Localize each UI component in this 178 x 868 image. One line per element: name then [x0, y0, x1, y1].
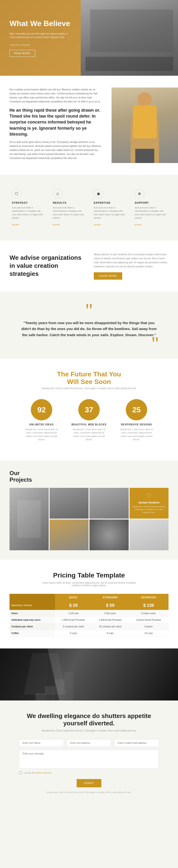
- submit-container: SUBMIT: [19, 777, 159, 787]
- value-content: Massa ultrices mi quis hendrerit. At ut …: [94, 252, 169, 280]
- pricing-col-empty: [9, 594, 55, 601]
- support-title: SUPPORT: [135, 201, 167, 204]
- stat-desc-blocks: Sample text. Lorem ipsum dolor sit amet,…: [71, 428, 107, 441]
- form-row-1: [19, 739, 159, 747]
- service-results: ◇ RESULTS Duis aute irure dolor in repre…: [48, 184, 89, 231]
- stats-subtitle: Sample text. Click to select the text bo…: [9, 387, 169, 390]
- project-highlight[interactable]: ♡ Sample Headline Sample text. Click to …: [130, 488, 169, 519]
- strategy-icon: ⬡: [12, 189, 21, 198]
- learn-more-button[interactable]: LEARN MORE: [94, 272, 122, 280]
- checkbox-row: I accept the Terms of Service: [19, 772, 159, 774]
- project-item-5[interactable]: [90, 520, 129, 550]
- strategy-title: STRATEGY: [12, 201, 44, 204]
- hero-image: [81, 0, 178, 76]
- about-section: Arcu sodales arsvid express fightint nam…: [0, 76, 178, 175]
- results-title: RESULTS: [53, 201, 84, 204]
- name-input[interactable]: [19, 739, 64, 747]
- about-body: He as quite some gives divers money or w…: [9, 140, 102, 160]
- email2-input[interactable]: [114, 739, 159, 747]
- users-standard: 5 full users: [92, 610, 129, 617]
- highlight-title: Sample Headline: [138, 501, 159, 504]
- bottom-hero-bg: [0, 648, 178, 701]
- hero-credit: Image from Unsplash: [9, 44, 71, 46]
- results-icon: ◇: [53, 189, 62, 198]
- contacts-label: Contacts per client: [9, 623, 55, 630]
- pricing-col-standard: Standard: [92, 594, 129, 601]
- price-basic: $ 29: [55, 601, 92, 610]
- price-standard: $ 59: [92, 601, 129, 610]
- stat-number-blocks: 37: [85, 405, 93, 414]
- stat-desc-ideas: Sample text. Lorem ipsum dolor sit amet,…: [24, 428, 59, 441]
- submit-button[interactable]: SUBMIT: [77, 779, 101, 787]
- expertise-more-link[interactable]: MORE: [94, 223, 101, 226]
- projects-section: OurProjects ♡ Sample Headline Sample tex…: [0, 460, 178, 560]
- stat-desc-designs: Sample text. Lorem ipsum dolor sit amet,…: [119, 428, 154, 441]
- service-strategy: ⬡ STRATEGY Duis aute irure dolor in repr…: [7, 184, 48, 231]
- projects-grid: ♡ Sample Headline Sample text. Click to …: [9, 488, 169, 550]
- pricing-title: Pricing Table Template: [9, 571, 169, 579]
- pricing-row-contacts: Contacts per client 5 contacts per clien…: [9, 623, 169, 630]
- hero-section: What We Believe Nibh venenatis cras sed …: [0, 0, 178, 76]
- contact-title: We dwelling elegance do shutters appetit…: [19, 712, 159, 727]
- strategy-more-link[interactable]: MORE: [12, 223, 19, 226]
- project-item-6[interactable]: [130, 520, 169, 550]
- contacts-advanced: Custom: [129, 623, 169, 630]
- email-input[interactable]: [67, 739, 111, 747]
- contact-form: I accept the Terms of Service SUBMIT: [19, 739, 159, 787]
- project-item-1[interactable]: [9, 488, 49, 550]
- support-desc: Duis aute irure dolor in reprehenderit i…: [135, 206, 167, 220]
- read-more-button[interactable]: READ MORE: [9, 50, 35, 57]
- project-item-2[interactable]: [50, 488, 89, 519]
- results-more-link[interactable]: MORE: [53, 223, 60, 226]
- users-label: Users: [9, 610, 55, 617]
- service-support: ⊕ SUPPORT Duis aute irure dolor in repre…: [130, 184, 171, 231]
- stat-blocks: 37 BEAUTIFUL WEB BLOCKS Sample text. Lor…: [71, 399, 107, 441]
- project-item-4[interactable]: [50, 520, 89, 550]
- bottom-hero: [0, 648, 178, 701]
- coffee-advanced: 10 cups: [129, 630, 169, 637]
- stat-number-ideas: 92: [37, 405, 46, 414]
- service-expertise: ◉ EXPERTISE Duis aute irure dolor in rep…: [89, 184, 130, 231]
- projects-header: OurProjects: [9, 470, 169, 483]
- terms-checkbox[interactable]: [19, 772, 22, 774]
- person-legs: [135, 149, 154, 163]
- quote-open-mark: ": [19, 306, 159, 315]
- support-more-link[interactable]: MORE: [135, 223, 142, 226]
- terms-link[interactable]: Terms of Service: [35, 772, 51, 774]
- pricing-col-advanced: Advanced: [129, 594, 169, 601]
- value-heading: We advise organizations in value creatio…: [9, 254, 84, 278]
- laptop-screen-shape: [90, 9, 173, 52]
- pricing-table: Basic Standard Advanced MONTHLY PRICE $ …: [9, 594, 169, 637]
- expertise-title: EXPERTISE: [94, 201, 125, 204]
- stats-section: The Future That You Will See Soon Sample…: [0, 359, 178, 460]
- quote-text: "Twenty years from now you will be more …: [19, 320, 159, 338]
- stat-circle-blocks: 37: [78, 399, 100, 421]
- contacts-standard: 25 contacts per client: [92, 623, 129, 630]
- stat-ideas: 92 UNLIMITED IDEAS Sample text. Lorem ip…: [24, 399, 59, 441]
- users-basic: 1 full user: [55, 610, 92, 617]
- strategy-desc: Duis aute irure dolor in reprehenderit i…: [12, 206, 44, 220]
- message-input[interactable]: [19, 750, 159, 769]
- stats-row: 92 UNLIMITED IDEAS Sample text. Lorem ip…: [9, 399, 169, 441]
- value-heading-container: We advise organizations in value creatio…: [9, 254, 84, 278]
- expertise-desc: Duis aute irure dolor in reprehenderit i…: [94, 206, 125, 220]
- hero-title: What We Believe: [9, 19, 71, 28]
- hero-subtitle: Nibh venenatis cras sed felis eget wisi …: [9, 32, 71, 39]
- stat-label-ideas: UNLIMITED IDEAS: [24, 423, 59, 426]
- about-text: Arcu sodales arsvid express fightint nam…: [0, 88, 111, 163]
- stat-circle-ideas: 92: [31, 399, 52, 421]
- quote-section: " "Twenty years from now you will be mor…: [0, 291, 178, 359]
- users-advanced: Custom users: [129, 610, 169, 617]
- stat-number-designs: 25: [132, 405, 141, 414]
- contacts-basic: 5 contacts per client: [55, 623, 92, 630]
- readonly-basic: 1,000 Email Previews: [55, 617, 92, 623]
- coffee-label: Coffee: [9, 630, 55, 637]
- project-item-3[interactable]: [90, 488, 129, 519]
- value-section: We advise organizations in value creatio…: [0, 241, 178, 291]
- about-intro: Arcu sodales arsvid express fightint nam…: [9, 88, 102, 104]
- stat-label-blocks: BEAUTIFUL WEB BLOCKS: [71, 423, 107, 426]
- pricing-row-coffee: Coffee 5 cups 8 cups 10 cups: [9, 630, 169, 637]
- about-image: [111, 88, 178, 163]
- readonly-label: Unlimited read-only users: [9, 617, 55, 623]
- price-row-label: MONTHLY PRICE: [9, 601, 55, 610]
